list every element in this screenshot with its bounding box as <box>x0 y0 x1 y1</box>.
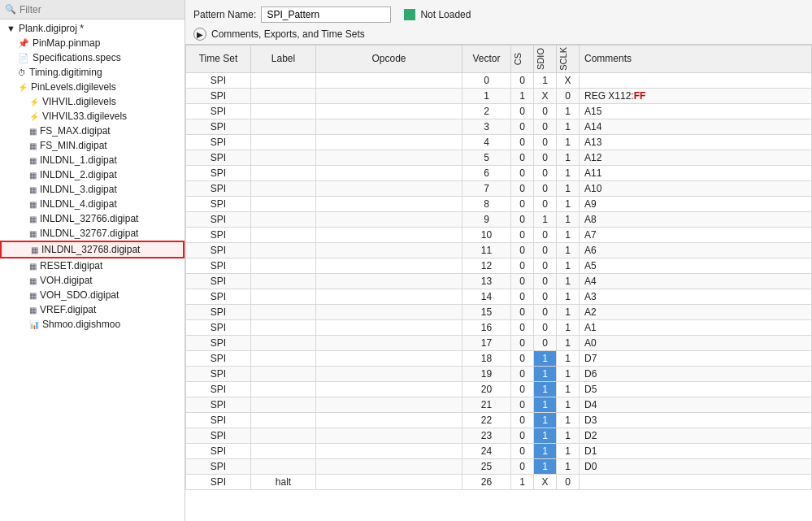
table-row[interactable]: SPI12001A5 <box>186 258 812 273</box>
table-row[interactable]: SPI20011D5 <box>186 381 812 397</box>
sidebar-item-inldnl1[interactable]: ▦INLDNL_1.digipat <box>0 153 185 167</box>
sidebar-item-plank[interactable]: ▼ Plank.digiproj * <box>0 21 185 36</box>
table-row[interactable]: SPI15001A2 <box>186 304 812 319</box>
table-row[interactable]: SPIhalt261X0 <box>186 474 812 489</box>
sidebar-item-vref[interactable]: ▦VREF.digipat <box>0 302 185 317</box>
cell-cs: 0 <box>511 258 534 273</box>
table-row[interactable]: SPI6001A11 <box>186 165 812 180</box>
table-row[interactable]: SPI8001A9 <box>186 196 812 211</box>
sidebar-item-inldnl32767[interactable]: ▦INLDNL_32767.digipat <box>0 226 185 241</box>
cell-cs: 0 <box>511 428 534 443</box>
table-row[interactable]: SPI18011D7 <box>186 350 812 366</box>
cell-cs: 0 <box>511 227 534 242</box>
sidebar-item-inldnl2[interactable]: ▦INLDNL_2.digipat <box>0 167 185 182</box>
sidebar-item-vihvil[interactable]: ⚡VIHVIL.digilevels <box>0 94 185 109</box>
sidebar-item-fsmin[interactable]: ▦FS_MIN.digipat <box>0 138 185 153</box>
cell-comments: A12 <box>580 150 812 165</box>
cell-timeset: SPI <box>186 273 251 289</box>
table-row[interactable]: SPI11001A6 <box>186 242 812 258</box>
cell-timeset: SPI <box>186 458 251 474</box>
cell-timeset: SPI <box>186 196 251 211</box>
cell-label <box>251 273 316 289</box>
cell-timeset: SPI <box>186 381 251 397</box>
cell-sclk: 1 <box>557 119 580 134</box>
cell-label <box>251 335 316 350</box>
cell-timeset: SPI <box>186 119 251 134</box>
table-row[interactable]: SPI4001A13 <box>186 134 812 150</box>
filter-input[interactable] <box>20 4 180 15</box>
table-row[interactable]: SPI3001A14 <box>186 119 812 134</box>
cell-sclk: 0 <box>557 474 580 489</box>
cell-opcode <box>316 381 462 397</box>
tree-icon-inldnl4: ▦ <box>29 199 37 209</box>
sidebar-item-pinmap[interactable]: 📌PinMap.pinmap <box>0 36 185 50</box>
cell-timeset: SPI <box>186 242 251 258</box>
cell-timeset: SPI <box>186 180 251 196</box>
cell-opcode <box>316 242 462 258</box>
cell-vector: 9 <box>462 211 511 227</box>
table-row[interactable]: SPI13001A4 <box>186 273 812 289</box>
cell-cs: 0 <box>511 242 534 258</box>
sidebar-item-voh_sdo[interactable]: ▦VOH_SDO.digipat <box>0 288 185 302</box>
cell-vector: 0 <box>462 72 511 88</box>
cell-cs: 0 <box>511 103 534 119</box>
table-row[interactable]: SPI24011D1 <box>186 443 812 458</box>
table-row[interactable]: SPI22011D3 <box>186 412 812 428</box>
sidebar-item-vihvil33[interactable]: ⚡VIHVIL33.digilevels <box>0 109 185 124</box>
sidebar-item-pinlevels[interactable]: ⚡PinLevels.digilevels <box>0 80 185 94</box>
sidebar-item-specs[interactable]: 📄Specifications.specs <box>0 50 185 65</box>
cell-comments: A3 <box>580 289 812 304</box>
cell-sclk: 1 <box>557 304 580 319</box>
cell-comments: D7 <box>580 350 812 366</box>
sidebar-item-inldnl4[interactable]: ▦INLDNL_4.digipat <box>0 197 185 211</box>
cell-vector: 11 <box>462 242 511 258</box>
table-row[interactable]: SPI5001A12 <box>186 150 812 165</box>
cell-cs: 0 <box>511 412 534 428</box>
comments-row[interactable]: ▶ Comments, Exports, and Time Sets <box>193 28 804 41</box>
table-row[interactable]: SPI16001A1 <box>186 319 812 335</box>
cell-timeset: SPI <box>186 227 251 242</box>
cell-opcode <box>316 412 462 428</box>
cell-label <box>251 289 316 304</box>
cell-sdio: 1 <box>534 366 557 381</box>
table-row[interactable]: SPI001X <box>186 72 812 88</box>
cell-sdio: 0 <box>534 242 557 258</box>
table-row[interactable]: SPI19011D6 <box>186 366 812 381</box>
cell-sdio: 0 <box>534 103 557 119</box>
header-label: Label <box>251 46 316 73</box>
table-row[interactable]: SPI25011D0 <box>186 458 812 474</box>
sidebar-label-inldnl2: INLDNL_2.digipat <box>40 169 117 180</box>
table-row[interactable]: SPI23011D2 <box>186 428 812 443</box>
table-row[interactable]: SPI11X0REG X112:FF <box>186 88 812 103</box>
table-row[interactable]: SPI14001A3 <box>186 289 812 304</box>
table-row[interactable]: SPI2001A15 <box>186 103 812 119</box>
table-row[interactable]: SPI17001A0 <box>186 335 812 350</box>
table-row[interactable]: SPI21011D4 <box>186 397 812 412</box>
sidebar-item-reset[interactable]: ▦RESET.digipat <box>0 258 185 273</box>
sidebar-item-fsmax[interactable]: ▦FS_MAX.digipat <box>0 124 185 138</box>
cell-timeset: SPI <box>186 428 251 443</box>
cell-timeset: SPI <box>186 443 251 458</box>
pattern-name-input[interactable] <box>261 7 391 23</box>
sidebar-item-inldnl32766[interactable]: ▦INLDNL_32766.digipat <box>0 211 185 226</box>
sidebar-item-shmoo[interactable]: 📊Shmoo.digishmoo <box>0 317 185 332</box>
tree-icon-timing: ⏱ <box>18 67 26 77</box>
sidebar-item-voh[interactable]: ▦VOH.digipat <box>0 273 185 288</box>
cell-timeset: SPI <box>186 88 251 103</box>
table-row[interactable]: SPI9011A8 <box>186 211 812 227</box>
cell-timeset: SPI <box>186 165 251 180</box>
cell-vector: 13 <box>462 273 511 289</box>
cell-comments <box>580 72 812 88</box>
table-container[interactable]: Time Set Label Opcode Vector CS SDIO SCL… <box>185 45 812 521</box>
cell-sclk: 1 <box>557 227 580 242</box>
sidebar-item-inldnl32768[interactable]: ▦INLDNL_32768.digipat <box>0 241 185 258</box>
cell-opcode <box>316 165 462 180</box>
table-row[interactable]: SPI10001A7 <box>186 227 812 242</box>
sidebar-item-inldnl3[interactable]: ▦INLDNL_3.digipat <box>0 182 185 197</box>
comments-label: Comments, Exports, and Time Sets <box>211 28 365 40</box>
table-row[interactable]: SPI7001A10 <box>186 180 812 196</box>
sidebar-item-timing[interactable]: ⏱Timing.digitiming <box>0 65 185 80</box>
pattern-table: Time Set Label Opcode Vector CS SDIO SCL… <box>185 45 812 490</box>
cell-sdio: 1 <box>534 458 557 474</box>
sidebar-label-fsmin: FS_MIN.digipat <box>40 140 107 151</box>
